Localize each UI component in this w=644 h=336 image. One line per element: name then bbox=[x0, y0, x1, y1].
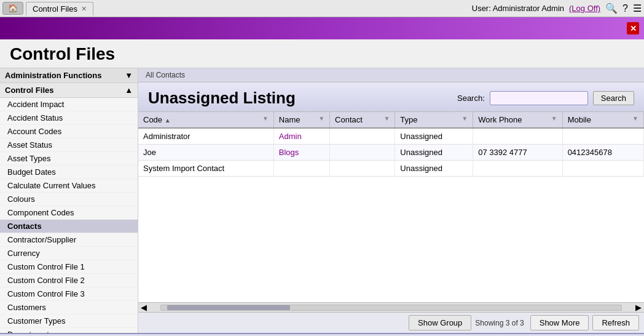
sidebar-item-custom-control-file-2[interactable]: Custom Control File 2 bbox=[0, 274, 138, 287]
table-body: AdministratorAdminUnassignedJoeBlogsUnas… bbox=[138, 128, 644, 177]
table-cell: System Import Contact bbox=[138, 161, 273, 177]
col-mobile[interactable]: Mobile ▼ bbox=[562, 112, 643, 128]
search-label: Search: bbox=[457, 94, 485, 103]
col-type[interactable]: Type ▼ bbox=[395, 112, 473, 128]
table-cell: Administrator bbox=[138, 128, 273, 145]
h-scroll-area[interactable]: ◀ ▶ bbox=[138, 302, 644, 312]
name-link[interactable]: Admin bbox=[279, 132, 302, 141]
content-inner: Unassigned Listing Search: Search Code ▲… bbox=[138, 82, 644, 333]
table-header-row: Code ▲ ▼ Name ▼ Contact ▼ Type ▼ Work Ph… bbox=[138, 112, 644, 128]
col-contact[interactable]: Contact ▼ bbox=[330, 112, 395, 128]
home-icon: 🏠 bbox=[8, 4, 18, 13]
search-icon[interactable]: 🔍 bbox=[605, 2, 618, 14]
page-title: Control Files bbox=[10, 44, 634, 64]
title-bar-right: User: Administrator Admin (Log Off) 🔍 ? … bbox=[472, 2, 642, 14]
col-work-phone[interactable]: Work Phone ▼ bbox=[473, 112, 562, 128]
sidebar-subgroup-label: Control Files bbox=[5, 86, 53, 95]
show-group-button[interactable]: Show Group bbox=[409, 315, 471, 330]
table-cell bbox=[330, 128, 395, 145]
sidebar-item-asset-types[interactable]: Asset Types bbox=[0, 152, 138, 166]
breadcrumb: All Contacts bbox=[138, 68, 644, 82]
search-button[interactable]: Search bbox=[593, 91, 634, 105]
sidebar-item-custom-control-file-3[interactable]: Custom Control File 3 bbox=[0, 287, 138, 301]
sidebar-subgroup[interactable]: Control Files ▲ bbox=[0, 83, 138, 98]
tab-close-icon[interactable]: ✕ bbox=[81, 5, 87, 13]
sidebar: Administration Functions ▼ Control Files… bbox=[0, 68, 138, 333]
close-button[interactable]: ✕ bbox=[627, 22, 639, 34]
sidebar-subgroup-arrow: ▲ bbox=[125, 86, 133, 95]
sidebar-item-custom-control-file-1[interactable]: Custom Control File 1 bbox=[0, 260, 138, 274]
sidebar-item-contacts[interactable]: Contacts bbox=[0, 220, 138, 233]
logoff-link[interactable]: (Log Off) bbox=[569, 4, 600, 13]
sidebar-item-accident-impact[interactable]: Accident Impact bbox=[0, 98, 138, 111]
sidebar-item-calculate-current-values[interactable]: Calculate Current Values bbox=[0, 179, 138, 193]
table-row: AdministratorAdminUnassigned bbox=[138, 128, 644, 145]
table-cell: 0412345678 bbox=[562, 145, 643, 161]
sidebar-item-budget-dates[interactable]: Budget Dates bbox=[0, 166, 138, 179]
page-title-bar: Control Files bbox=[0, 39, 644, 68]
h-scroll-thumb bbox=[167, 305, 290, 310]
table-cell bbox=[330, 145, 395, 161]
showing-count: Showing 3 of 3 bbox=[475, 319, 524, 327]
sidebar-item-colours[interactable]: Colours bbox=[0, 193, 138, 206]
sidebar-item-departments[interactable]: Departments bbox=[0, 328, 138, 333]
sidebar-item-customer-types[interactable]: Customer Types bbox=[0, 314, 138, 328]
sidebar-item-component-codes[interactable]: Component Codes bbox=[0, 206, 138, 220]
scroll-left-arrow[interactable]: ◀ bbox=[138, 303, 149, 312]
table-cell: Joe bbox=[138, 145, 273, 161]
help-icon[interactable]: ? bbox=[622, 3, 628, 14]
app-header: ✕ bbox=[0, 17, 644, 39]
listing-title: Unassigned Listing bbox=[148, 89, 296, 108]
sidebar-item-accident-status[interactable]: Accident Status bbox=[0, 111, 138, 125]
scroll-right-arrow[interactable]: ▶ bbox=[633, 303, 644, 312]
table-cell bbox=[473, 161, 562, 177]
listing-header: Unassigned Listing Search: Search bbox=[138, 82, 644, 112]
table-cell: 07 3392 4777 bbox=[473, 145, 562, 161]
action-toolbar: New Unassigned Details Delete bbox=[0, 333, 644, 336]
sidebar-group-arrow: ▼ bbox=[125, 71, 133, 80]
refresh-button[interactable]: Refresh bbox=[592, 315, 639, 330]
table-cell bbox=[473, 128, 562, 145]
table-cell: Admin bbox=[273, 128, 329, 145]
table-cell: Unassigned bbox=[395, 145, 473, 161]
user-text: User: Administrator Admin bbox=[472, 4, 564, 13]
data-table: Code ▲ ▼ Name ▼ Contact ▼ Type ▼ Work Ph… bbox=[138, 112, 644, 177]
table-cell bbox=[562, 128, 643, 145]
table-cell bbox=[562, 161, 643, 177]
h-scroll-track[interactable] bbox=[160, 305, 622, 311]
main-layout: Administration Functions ▼ Control Files… bbox=[0, 68, 644, 333]
table-cell bbox=[273, 161, 329, 177]
table-cell bbox=[330, 161, 395, 177]
menu-icon[interactable]: ☰ bbox=[633, 2, 642, 14]
table-row: JoeBlogsUnassigned07 3392 47770412345678 bbox=[138, 145, 644, 161]
home-button[interactable]: 🏠 bbox=[2, 2, 23, 15]
sidebar-item-contractor/supplier[interactable]: Contractor/Supplier bbox=[0, 233, 138, 247]
show-more-button[interactable]: Show More bbox=[530, 315, 589, 330]
sidebar-item-account-codes[interactable]: Account Codes bbox=[0, 125, 138, 138]
control-files-tab[interactable]: Control Files ✕ bbox=[26, 2, 93, 15]
sidebar-item-customers[interactable]: Customers bbox=[0, 301, 138, 314]
col-code[interactable]: Code ▲ ▼ bbox=[138, 112, 273, 128]
table-row: System Import ContactUnassigned bbox=[138, 161, 644, 177]
sidebar-group-header[interactable]: Administration Functions ▼ bbox=[0, 68, 138, 83]
data-table-wrapper: Code ▲ ▼ Name ▼ Contact ▼ Type ▼ Work Ph… bbox=[138, 112, 644, 302]
sidebar-item-currency[interactable]: Currency bbox=[0, 247, 138, 260]
sidebar-item-asset-status[interactable]: Asset Status bbox=[0, 138, 138, 152]
col-name[interactable]: Name ▼ bbox=[273, 112, 329, 128]
table-cell: Unassigned bbox=[395, 161, 473, 177]
content-area: All Contacts Unassigned Listing Search: … bbox=[138, 68, 644, 333]
search-input[interactable] bbox=[490, 91, 588, 105]
sidebar-group-label: Administration Functions bbox=[5, 71, 101, 80]
tab-label: Control Files bbox=[33, 4, 77, 14]
bottom-bar: Show Group Showing 3 of 3 Show More Refr… bbox=[138, 312, 644, 333]
table-cell: Unassigned bbox=[395, 128, 473, 145]
name-link[interactable]: Blogs bbox=[279, 148, 299, 157]
search-area: Search: Search bbox=[457, 91, 634, 105]
sidebar-items-container: Accident ImpactAccident StatusAccount Co… bbox=[0, 98, 138, 333]
title-bar: 🏠 Control Files ✕ User: Administrator Ad… bbox=[0, 0, 644, 17]
table-cell: Blogs bbox=[273, 145, 329, 161]
